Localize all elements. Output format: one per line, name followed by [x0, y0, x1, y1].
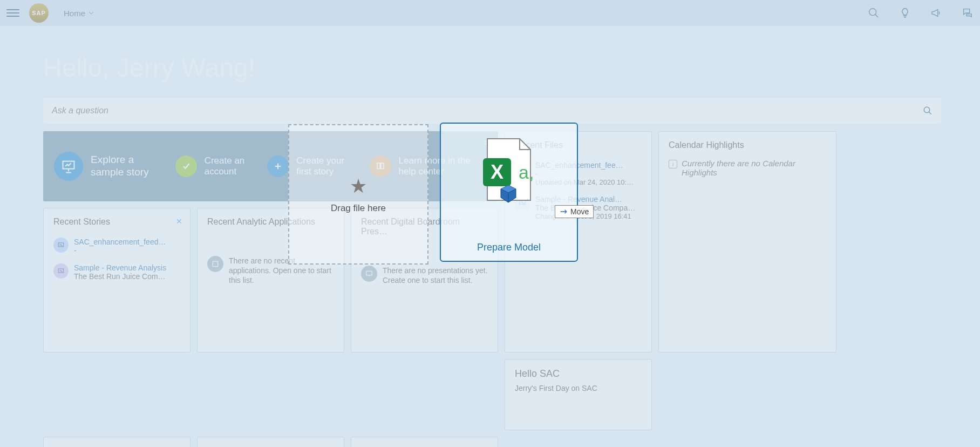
close-icon[interactable]: ✕	[176, 217, 182, 226]
account-label: Create an account	[205, 155, 258, 178]
arrow-right-icon	[560, 208, 568, 215]
info-icon: i	[669, 160, 677, 168]
prepare-model-label: Prepare Model	[441, 242, 577, 253]
svg-line-3	[929, 112, 931, 114]
calendar-highlights-panel: Calendar Highlights i Currently there ar…	[658, 131, 836, 353]
story-icon	[53, 263, 69, 279]
move-label: Move	[570, 207, 589, 216]
story-icon	[53, 238, 69, 253]
home-label: Home	[64, 9, 85, 18]
recent-stories-panel: Recent Stories ✕ SAC_enhancement_feed… -…	[43, 208, 190, 353]
hello-title: Hello SAC	[515, 368, 642, 380]
chat-icon[interactable]	[962, 7, 974, 19]
sample-bar-chart-panel: Sample bar chart	[351, 437, 498, 447]
greeting-text: Hello, Jerry Wang!	[43, 53, 941, 83]
hello-sub: Jerry's First Day on SAC	[515, 384, 642, 392]
sap-logo: SAP	[29, 3, 49, 23]
pres-empty-text: There are no presentations yet. Create o…	[383, 266, 488, 285]
svg-point-2	[924, 107, 930, 113]
story-title: SAC_enhancement_feed…	[74, 238, 166, 246]
top-bar: SAP Home	[0, 0, 980, 26]
calendar-title: Calendar Highlights	[669, 140, 826, 150]
explore-label: Explore a sample story	[91, 154, 166, 179]
search-icon[interactable]	[868, 7, 880, 19]
svg-point-0	[869, 9, 876, 16]
create-account[interactable]: Create an account	[175, 155, 258, 178]
drop-label: Drag file here	[331, 203, 386, 214]
plus-icon	[267, 155, 289, 177]
announcement-icon[interactable]	[930, 7, 942, 19]
svg-line-1	[875, 15, 879, 18]
getting-started-banner: Explore a sample story Create an account…	[43, 131, 498, 201]
prepare-model-card[interactable]: X a, Prepare Model	[440, 123, 578, 262]
chevron-down-icon	[89, 11, 94, 15]
story-item[interactable]: SAC_enhancement_feed… -	[53, 233, 180, 259]
star-icon: ★	[350, 175, 367, 198]
bulb-icon[interactable]	[899, 7, 911, 19]
menu-button[interactable]	[6, 6, 19, 19]
story-title: Sample - Revenue Analysis	[74, 263, 166, 272]
search-input[interactable]	[52, 106, 923, 116]
search-bar	[43, 98, 941, 124]
search-icon[interactable]	[923, 106, 933, 116]
sample-numeric-chart-panel: Sample numeric point chart	[197, 437, 344, 447]
story-sub: The Best Run Juice Com…	[74, 272, 166, 281]
model-cube-icon	[498, 183, 519, 205]
story-sub: -	[74, 246, 166, 255]
stories-title: Recent Stories	[53, 217, 180, 227]
check-icon	[175, 155, 197, 177]
top-icon-bar	[868, 7, 974, 19]
hello-sac-panel: Hello SAC Jerry's First Day on SAC	[505, 359, 652, 430]
svg-text:X: X	[491, 161, 503, 183]
move-badge: Move	[555, 205, 594, 218]
svg-rect-14	[366, 271, 372, 275]
explore-sample-story[interactable]: Explore a sample story	[54, 152, 166, 181]
presentation-icon	[54, 152, 83, 181]
presentation-icon	[361, 266, 377, 282]
featured-files-panel: Featured Files	[43, 437, 190, 447]
home-dropdown[interactable]: Home	[64, 9, 94, 18]
drop-zone[interactable]: ★ Drag file here	[288, 124, 428, 265]
calendar-empty-text: Currently there are no Calendar Highligh…	[682, 159, 826, 177]
svg-text:a,: a,	[519, 162, 534, 182]
svg-rect-13	[213, 261, 217, 266]
story-item[interactable]: Sample - Revenue Analysis The Best Run J…	[53, 259, 180, 285]
app-icon	[207, 256, 223, 272]
